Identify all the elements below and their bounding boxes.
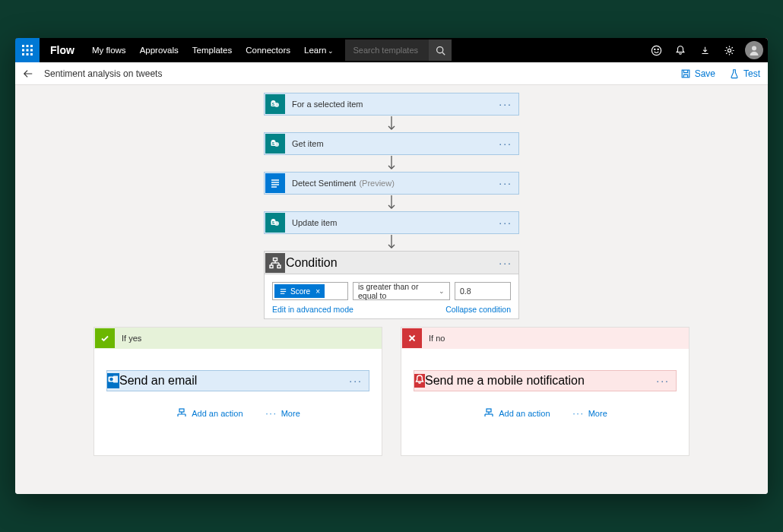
more-label: More <box>588 409 607 418</box>
svg-rect-37 <box>274 258 277 261</box>
condition-operator-select[interactable]: is greater than or equal to ⌄ <box>353 282 450 300</box>
add-action-label: Add an action <box>499 409 550 418</box>
step-menu-button[interactable]: ··· <box>499 217 512 228</box>
close-x-icon <box>402 328 422 348</box>
condition-header[interactable]: Condition ··· <box>265 252 518 274</box>
top-bar: Flow My flows Approvals Templates Connec… <box>15 38 768 62</box>
action-label: Send an email <box>119 374 197 388</box>
token-remove-icon[interactable]: × <box>315 287 320 296</box>
text-analytics-icon <box>265 173 285 193</box>
nav-approvals[interactable]: Approvals <box>133 38 185 63</box>
download-icon[interactable] <box>693 38 716 62</box>
nav-templates[interactable]: Templates <box>185 38 239 63</box>
svg-rect-7 <box>27 53 29 55</box>
connector-arrow <box>388 155 395 172</box>
svg-rect-57 <box>487 409 491 412</box>
sharepoint-icon: S <box>265 134 285 154</box>
condition-body: Score × is greater than or equal to ⌄ 0.… <box>265 274 518 318</box>
svg-rect-1 <box>27 45 29 47</box>
svg-point-11 <box>651 46 661 55</box>
notifications-icon[interactable] <box>669 38 692 62</box>
token-label: Score <box>290 287 310 296</box>
svg-point-49 <box>109 378 113 382</box>
svg-rect-42 <box>270 265 273 268</box>
svg-rect-50 <box>179 409 184 412</box>
action-label: Send me a mobile notification <box>425 374 585 388</box>
add-action-icon <box>176 408 188 419</box>
user-avatar[interactable] <box>745 41 763 59</box>
nav-my-flows[interactable]: My flows <box>85 38 133 63</box>
edit-advanced-link[interactable]: Edit in advanced mode <box>272 305 353 314</box>
search-button[interactable] <box>429 40 452 61</box>
action-send-email[interactable]: Send an email ··· <box>106 370 369 391</box>
sharepoint-icon: S <box>265 94 285 114</box>
chevron-down-icon: ⌄ <box>328 47 334 55</box>
svg-rect-43 <box>277 265 281 268</box>
add-action-icon <box>483 408 495 419</box>
test-label: Test <box>743 68 760 79</box>
more-button[interactable]: ··· More <box>266 408 300 419</box>
more-label: More <box>281 409 300 418</box>
svg-rect-2 <box>30 45 33 47</box>
brand-label[interactable]: Flow <box>40 44 85 56</box>
collapse-condition-link[interactable]: Collapse condition <box>445 305 511 314</box>
nav-learn[interactable]: Learn⌄ <box>297 38 341 63</box>
svg-rect-8 <box>30 53 33 55</box>
step-label: Get item <box>286 139 324 148</box>
search-box <box>345 40 452 61</box>
save-label: Save <box>695 68 715 79</box>
back-button[interactable] <box>23 68 38 79</box>
ellipsis-icon: ··· <box>573 409 585 418</box>
step-label: Detect Sentiment(Preview) <box>286 179 395 188</box>
branch-no-title: If no <box>423 334 445 343</box>
test-button[interactable]: Test <box>729 68 760 79</box>
step-menu-button[interactable]: ··· <box>656 375 670 386</box>
step-label: For a selected item <box>286 100 363 109</box>
app-launcher-button[interactable] <box>15 38 40 62</box>
step-get-item[interactable]: S Get item ··· <box>264 132 519 155</box>
smile-feedback-icon[interactable] <box>645 38 667 62</box>
more-button[interactable]: ··· More <box>573 408 607 419</box>
condition-card[interactable]: Condition ··· Score × is grea <box>264 251 519 319</box>
svg-rect-5 <box>30 49 33 52</box>
svg-rect-3 <box>22 49 24 52</box>
svg-line-10 <box>442 52 445 54</box>
branch-no: If no Send me a mobile notification ··· … <box>401 327 689 456</box>
ellipsis-icon: ··· <box>266 409 277 418</box>
search-input[interactable] <box>345 40 429 61</box>
svg-rect-16 <box>682 70 689 78</box>
value-text: 0.8 <box>460 287 471 296</box>
action-send-notification[interactable]: Send me a mobile notification ··· <box>414 370 677 391</box>
chevron-down-icon: ⌄ <box>439 287 445 295</box>
step-menu-button[interactable]: ··· <box>499 258 512 268</box>
condition-icon <box>265 253 285 273</box>
save-button[interactable]: Save <box>680 68 715 79</box>
add-action-label: Add an action <box>192 409 243 418</box>
svg-rect-0 <box>22 45 24 47</box>
nav-connectors[interactable]: Connectors <box>239 38 297 63</box>
outlook-icon <box>107 373 119 388</box>
token-score[interactable]: Score × <box>274 284 325 298</box>
checkmark-icon <box>95 328 115 348</box>
step-detect-sentiment[interactable]: Detect Sentiment(Preview) ··· <box>264 172 519 195</box>
svg-rect-4 <box>27 49 29 52</box>
add-action-button[interactable]: Add an action <box>176 408 243 419</box>
operator-label: is greater than or equal to <box>358 282 439 300</box>
condition-title: Condition <box>286 256 338 270</box>
branch-yes-header: If yes <box>94 328 382 349</box>
step-menu-button[interactable]: ··· <box>499 99 512 109</box>
step-menu-button[interactable]: ··· <box>349 375 363 386</box>
condition-value-input[interactable]: 0.8 <box>455 282 511 300</box>
step-menu-button[interactable]: ··· <box>499 178 512 188</box>
settings-gear-icon[interactable] <box>718 38 740 62</box>
branch-yes: If yes Send an email ··· Add an action <box>94 327 382 456</box>
sharepoint-icon: S <box>265 213 285 233</box>
designer-canvas[interactable]: S For a selected item ··· S Get item ···… <box>15 85 768 494</box>
branch-yes-title: If yes <box>116 334 141 343</box>
step-update-item[interactable]: S Update item ··· <box>264 211 519 234</box>
step-menu-button[interactable]: ··· <box>499 138 512 149</box>
step-for-selected-item[interactable]: S For a selected item ··· <box>264 93 519 116</box>
add-action-button[interactable]: Add an action <box>483 408 550 419</box>
condition-left-operand[interactable]: Score × <box>272 282 348 300</box>
step-label: Update item <box>286 218 337 227</box>
